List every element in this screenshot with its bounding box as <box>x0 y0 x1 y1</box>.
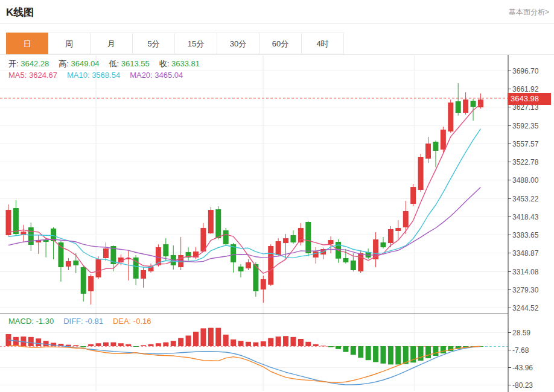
value: 3568.54 <box>90 71 121 80</box>
tab-period-2[interactable]: 月 <box>91 33 133 54</box>
ma-info-row: MA5: 3624.67MA10: 3568.54MA20: 3465.04 <box>8 71 193 80</box>
ma-row-item-1: MA10: 3568.54 <box>67 71 120 80</box>
svg-text:-7.68: -7.68 <box>512 346 529 355</box>
tab-period-3[interactable]: 5分 <box>133 33 175 54</box>
svg-text:3383.65: 3383.65 <box>512 231 539 239</box>
macd-row-item-2: DEA: -0.16 <box>113 317 151 326</box>
label: 开: <box>8 59 19 68</box>
value: -0.81 <box>83 317 103 326</box>
label: DEA: <box>113 317 131 326</box>
ma-row-item-0: MA5: 3624.67 <box>8 71 57 80</box>
svg-text:3418.43: 3418.43 <box>512 213 539 221</box>
macd-info-row: MACD: -1.30DIFF: -0.81DEA: -0.16 <box>8 317 161 326</box>
label: MA5: <box>8 71 27 80</box>
page-title: K线图 <box>6 5 34 19</box>
svg-text:3696.70: 3696.70 <box>512 67 539 75</box>
tab-period-4[interactable]: 15分 <box>175 33 217 54</box>
value: 3649.04 <box>69 59 100 68</box>
macd-row-item-0: MACD: -1.30 <box>8 317 54 326</box>
value: -1.30 <box>34 317 54 326</box>
svg-text:3557.57: 3557.57 <box>512 140 539 148</box>
svg-text:3488.00: 3488.00 <box>512 176 539 185</box>
label: 收: <box>159 59 170 68</box>
current-price-tag: 3643.98 <box>508 93 551 105</box>
value: 3465.04 <box>153 71 183 80</box>
value: 3613.55 <box>119 59 150 68</box>
value: -0.16 <box>131 317 151 326</box>
tab-period-1[interactable]: 周 <box>48 33 91 54</box>
macd-row-item-1: DIFF: -0.81 <box>63 317 103 326</box>
svg-text:28.59: 28.59 <box>512 329 530 337</box>
period-tabbar: 日周月5分15分30分60分4时 <box>6 33 344 54</box>
tab-period-7[interactable]: 4时 <box>302 33 344 54</box>
ohlc-row-item-2: 低: 3613.55 <box>109 59 149 68</box>
tab-period-0[interactable]: 日 <box>6 33 48 54</box>
label: MA20: <box>130 71 153 80</box>
tab-period-5[interactable]: 30分 <box>217 33 259 54</box>
ohlc-row-item-1: 高: 3649.04 <box>59 59 99 68</box>
svg-text:3592.35: 3592.35 <box>512 122 539 130</box>
ohlc-info-row: 开: 3642.28高: 3649.04低: 3613.55收: 3633.81 <box>8 58 209 69</box>
label: MACD: <box>8 317 34 326</box>
tab-period-6[interactable]: 60分 <box>259 33 302 54</box>
value: 3624.67 <box>27 71 57 80</box>
label: 高: <box>59 59 69 68</box>
svg-text:3279.30: 3279.30 <box>512 286 539 294</box>
svg-text:3661.92: 3661.92 <box>512 85 539 93</box>
svg-text:3314.08: 3314.08 <box>512 268 539 276</box>
label: DIFF: <box>63 317 83 326</box>
fundamental-analysis-link[interactable]: 基本面分析> <box>509 7 549 17</box>
svg-text:-80.23: -80.23 <box>512 381 533 390</box>
svg-text:3244.52: 3244.52 <box>512 304 539 312</box>
svg-text:3522.78: 3522.78 <box>512 158 539 166</box>
svg-text:3348.87: 3348.87 <box>512 249 539 258</box>
ohlc-row-item-0: 开: 3642.28 <box>8 59 49 68</box>
header-divider <box>0 23 554 24</box>
label: 低: <box>109 59 119 68</box>
value: 3633.81 <box>169 59 200 68</box>
svg-text:-43.96: -43.96 <box>512 364 533 372</box>
label: MA10: <box>67 71 90 80</box>
svg-text:3453.22: 3453.22 <box>512 195 539 203</box>
value: 3642.28 <box>19 59 49 68</box>
ma-row-item-2: MA20: 3465.04 <box>130 71 183 80</box>
ohlc-row-item-3: 收: 3633.81 <box>159 59 200 68</box>
